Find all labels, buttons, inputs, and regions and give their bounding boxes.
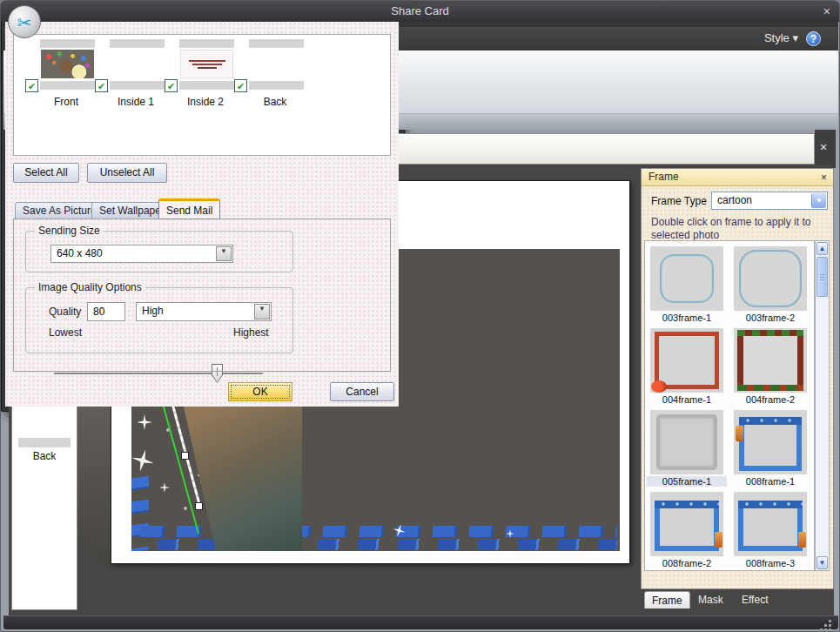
selection-handle[interactable] [195,502,203,510]
checkbox-inside2[interactable]: ✔ [165,79,178,92]
star-decoration [131,447,157,474]
frame-label: 008frame-1 [730,476,810,487]
star-decoration [137,414,152,430]
page-thumb-bar [179,39,234,48]
panel-tab-strip: Frame Mask Effect [641,591,834,610]
scrollbar-thumb[interactable] [816,257,828,297]
status-bar [3,615,838,629]
page-thumb-bar [110,39,165,48]
frame-type-label: Frame Type [651,195,707,207]
dialog-page-label: Back [240,96,310,108]
frame-panel: Frame × Frame Type cartoon ▼ Double clic… [641,168,834,589]
page-thumb-bar [179,81,234,90]
checkbox-inside1[interactable]: ✔ [95,79,108,92]
dialog-page-label: Inside 1 [101,96,171,108]
dialog-close-icon[interactable]: × [823,4,830,18]
dialog-page-selector: ✔ Front ✔ Inside 1 ✔ Inside 2 [13,34,391,156]
frame-list: 003frame-1 003frame-2 004frame-1 004fram… [644,240,815,571]
tab-frame[interactable]: Frame [644,591,690,608]
frame-type-value: cartoon [717,194,752,206]
dialog-content: ✔ Front ✔ Inside 1 ✔ Inside 2 [5,22,399,407]
check-icon: ✔ [28,81,36,91]
down-arrow-icon: ▼ [819,559,826,567]
frame-panel-title: Frame [648,171,679,183]
dialog-page-label: Inside 2 [171,96,240,108]
frame-thumb-005frame-1[interactable] [650,410,723,474]
frame-label: 008frame-3 [730,558,810,568]
frame-label: 005frame-1 [647,476,727,487]
frame-panel-close-icon[interactable]: × [821,172,827,183]
resize-grip[interactable] [829,620,831,622]
dialog-page-label: Front [31,96,101,108]
checkbox-front[interactable]: ✔ [25,79,38,92]
frame-thumb-003frame-2[interactable] [734,246,807,311]
dialog-thumbnail-front[interactable] [41,50,94,78]
app-menu-button[interactable]: ✂ [8,5,41,38]
frame-label: 003frame-2 [730,313,810,323]
frame-type-select[interactable]: cartoon ▼ [711,192,828,210]
dialog-title-bar[interactable]: Share Card × [1,1,839,22]
quality-slider-track[interactable] [54,373,263,374]
frame-label: 004frame-2 [730,394,810,405]
page-thumb-bar [40,39,95,48]
selection-handle[interactable] [181,452,189,460]
up-arrow-icon: ▲ [819,245,826,252]
help-icon-glyph: ? [810,33,816,45]
checkbox-back[interactable]: ✔ [234,79,247,92]
dialog-thumbnail-inside2[interactable] [180,50,233,78]
cancel-button[interactable]: Cancel [330,382,394,401]
frame-thumb-003frame-1[interactable] [650,246,723,311]
frame-instruction: Double click on frame to apply it to sel… [651,216,825,242]
notification-close-button[interactable]: × [820,140,827,154]
chevron-down-icon: ▾ [792,31,798,44]
check-icon: ✔ [97,81,105,91]
star-dot [184,507,187,510]
page-label-back[interactable]: Back [12,450,77,462]
scroll-up-button[interactable]: ▲ [816,242,828,255]
share-card-dialog: Share Card × ✔ Front ✔ Inside 1 [1,1,405,412]
frame-thumb-004frame-1[interactable] [650,328,723,393]
down-arrow-glyph: ▼ [816,197,823,205]
notification-close-zone: × [815,130,836,168]
tab-send-mail[interactable]: Send Mail [158,198,220,219]
frame-thumb-008frame-3[interactable] [734,492,807,556]
frame-thumb-008frame-1[interactable] [734,410,807,474]
scroll-down-button[interactable]: ▼ [816,556,828,569]
frame-thumb-008frame-2[interactable] [650,492,723,556]
page-thumb-bar [249,39,304,48]
page-thumb-bar [18,438,71,447]
frame-label: 004frame-1 [647,394,727,405]
unselect-all-button[interactable]: Unselect All [87,163,167,183]
frame-list-scrollbar[interactable]: ▲ ▼ [815,240,830,571]
scissors-icon: ✂ [17,13,32,32]
dialog-title: Share Card [1,4,839,17]
tab-effect[interactable]: Effect [735,591,775,608]
page-thumb-bar [40,81,95,90]
frame-panel-header: Frame × [642,169,833,186]
page-thumb-bar [110,81,165,90]
send-mail-tab-panel [13,219,391,372]
check-icon: ✔ [167,81,175,91]
style-label: Style [764,31,790,44]
style-menu[interactable]: Style ▾ [764,31,798,44]
frame-label: 008frame-2 [647,558,727,568]
app-window: Untitled - GreetingCardBuilder – × ✂ Pro… [0,0,840,632]
help-button[interactable]: ? [806,31,821,46]
tab-mask[interactable]: Mask [691,591,730,608]
confetti-strip [131,476,149,551]
chevron-down-icon[interactable]: ▼ [811,193,826,208]
dialog-page-item-back: ✔ Back [232,35,315,157]
frame-label: 003frame-1 [647,313,727,323]
frame-thumb-004frame-2[interactable] [734,328,807,393]
select-all-button[interactable]: Select All [13,163,79,183]
ok-button[interactable]: OK [228,382,292,401]
check-icon: ✔ [237,81,245,91]
star-decoration [159,482,170,493]
page-thumb-bar [249,81,304,90]
